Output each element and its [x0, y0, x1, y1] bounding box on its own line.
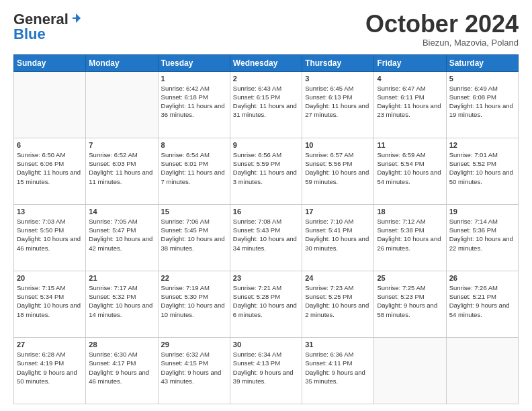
day-info: Sunrise: 7:25 AM Sunset: 5:23 PM Dayligh…: [377, 283, 443, 319]
day-info: Sunrise: 7:08 AM Sunset: 5:43 PM Dayligh…: [233, 217, 299, 253]
location-subtitle: Biezun, Mazovia, Poland: [365, 38, 519, 48]
day-number: 20: [17, 274, 83, 282]
col-monday: Monday: [86, 54, 158, 71]
day-cell-2-6: 19Sunrise: 7:14 AM Sunset: 5:36 PM Dayli…: [446, 204, 518, 271]
day-number: 19: [449, 208, 515, 216]
day-info: Sunrise: 6:42 AM Sunset: 6:18 PM Dayligh…: [161, 84, 227, 120]
col-sunday: Sunday: [14, 54, 86, 71]
day-info: Sunrise: 6:36 AM Sunset: 4:11 PM Dayligh…: [305, 350, 371, 385]
svg-marker-0: [73, 13, 81, 23]
day-cell-0-0: [14, 71, 86, 138]
day-number: 25: [377, 274, 443, 282]
day-info: Sunrise: 6:34 AM Sunset: 4:13 PM Dayligh…: [233, 350, 299, 385]
day-info: Sunrise: 7:06 AM Sunset: 5:45 PM Dayligh…: [161, 217, 227, 253]
day-cell-0-2: 1Sunrise: 6:42 AM Sunset: 6:18 PM Daylig…: [158, 71, 230, 138]
day-cell-2-1: 14Sunrise: 7:05 AM Sunset: 5:47 PM Dayli…: [86, 204, 158, 271]
day-cell-3-2: 22Sunrise: 7:19 AM Sunset: 5:30 PM Dayli…: [158, 271, 230, 337]
day-cell-1-2: 8Sunrise: 6:54 AM Sunset: 6:01 PM Daylig…: [158, 138, 230, 204]
day-info: Sunrise: 7:03 AM Sunset: 5:50 PM Dayligh…: [17, 217, 83, 253]
day-number: 18: [377, 208, 443, 216]
day-number: 3: [305, 75, 371, 83]
week-row-4: 20Sunrise: 7:15 AM Sunset: 5:34 PM Dayli…: [14, 271, 519, 337]
day-cell-4-5: [374, 337, 446, 404]
day-number: 11: [377, 141, 443, 149]
day-info: Sunrise: 7:01 AM Sunset: 5:52 PM Dayligh…: [449, 150, 515, 186]
day-number: 27: [17, 340, 83, 349]
day-number: 21: [89, 274, 154, 282]
title-block: October 2024 Biezun, Mazovia, Poland: [365, 11, 519, 48]
col-friday: Friday: [374, 54, 446, 71]
day-number: 15: [161, 208, 227, 216]
day-number: 9: [233, 141, 299, 149]
day-cell-2-5: 18Sunrise: 7:12 AM Sunset: 5:38 PM Dayli…: [374, 204, 446, 271]
day-number: 6: [17, 141, 83, 149]
day-info: Sunrise: 6:49 AM Sunset: 6:08 PM Dayligh…: [449, 84, 515, 120]
day-cell-0-5: 4Sunrise: 6:47 AM Sunset: 6:11 PM Daylig…: [374, 71, 446, 138]
header: General Blue October 2024 Biezun, Mazovi…: [13, 11, 519, 48]
day-number: 4: [377, 75, 443, 83]
day-number: 13: [17, 208, 83, 216]
day-cell-3-1: 21Sunrise: 7:17 AM Sunset: 5:32 PM Dayli…: [86, 271, 158, 337]
day-info: Sunrise: 6:43 AM Sunset: 6:15 PM Dayligh…: [233, 84, 299, 120]
day-info: Sunrise: 6:32 AM Sunset: 4:15 PM Dayligh…: [161, 350, 227, 385]
day-cell-4-6: [446, 337, 518, 404]
day-cell-1-0: 6Sunrise: 6:50 AM Sunset: 6:06 PM Daylig…: [14, 138, 86, 204]
day-number: 10: [305, 141, 371, 149]
day-info: Sunrise: 6:59 AM Sunset: 5:54 PM Dayligh…: [377, 150, 443, 186]
day-cell-4-3: 30Sunrise: 6:34 AM Sunset: 4:13 PM Dayli…: [230, 337, 302, 404]
day-number: 28: [89, 340, 154, 349]
logo: General Blue: [13, 11, 82, 43]
day-cell-3-0: 20Sunrise: 7:15 AM Sunset: 5:34 PM Dayli…: [14, 271, 86, 337]
day-cell-2-3: 16Sunrise: 7:08 AM Sunset: 5:43 PM Dayli…: [230, 204, 302, 271]
day-cell-2-2: 15Sunrise: 7:06 AM Sunset: 5:45 PM Dayli…: [158, 204, 230, 271]
day-number: 16: [233, 208, 299, 216]
day-number: 12: [449, 141, 515, 149]
day-info: Sunrise: 7:21 AM Sunset: 5:28 PM Dayligh…: [233, 283, 299, 319]
calendar-table: Sunday Monday Tuesday Wednesday Thursday…: [13, 54, 519, 404]
day-number: 2: [233, 75, 299, 83]
day-cell-0-4: 3Sunrise: 6:45 AM Sunset: 6:13 PM Daylig…: [302, 71, 374, 138]
day-number: 29: [161, 340, 227, 349]
logo-blue: Blue: [13, 26, 46, 43]
day-cell-2-4: 17Sunrise: 7:10 AM Sunset: 5:41 PM Dayli…: [302, 204, 374, 271]
col-wednesday: Wednesday: [230, 54, 302, 71]
day-cell-4-0: 27Sunrise: 6:28 AM Sunset: 4:19 PM Dayli…: [14, 337, 86, 404]
day-cell-4-4: 31Sunrise: 6:36 AM Sunset: 4:11 PM Dayli…: [302, 337, 374, 404]
day-number: 14: [89, 208, 154, 216]
day-cell-0-3: 2Sunrise: 6:43 AM Sunset: 6:15 PM Daylig…: [230, 71, 302, 138]
day-info: Sunrise: 6:30 AM Sunset: 4:17 PM Dayligh…: [89, 350, 154, 385]
day-info: Sunrise: 7:15 AM Sunset: 5:34 PM Dayligh…: [17, 283, 83, 319]
week-row-2: 6Sunrise: 6:50 AM Sunset: 6:06 PM Daylig…: [14, 138, 519, 204]
day-number: 17: [305, 208, 371, 216]
day-info: Sunrise: 6:28 AM Sunset: 4:19 PM Dayligh…: [17, 350, 83, 385]
day-number: 26: [449, 274, 515, 282]
page: General Blue October 2024 Biezun, Mazovi…: [0, 0, 532, 411]
day-info: Sunrise: 6:52 AM Sunset: 6:03 PM Dayligh…: [89, 150, 154, 186]
day-number: 22: [161, 274, 227, 282]
day-info: Sunrise: 7:10 AM Sunset: 5:41 PM Dayligh…: [305, 217, 371, 253]
day-info: Sunrise: 7:19 AM Sunset: 5:30 PM Dayligh…: [161, 283, 227, 319]
day-cell-4-2: 29Sunrise: 6:32 AM Sunset: 4:15 PM Dayli…: [158, 337, 230, 404]
day-cell-2-0: 13Sunrise: 7:03 AM Sunset: 5:50 PM Dayli…: [14, 204, 86, 271]
day-cell-1-5: 11Sunrise: 6:59 AM Sunset: 5:54 PM Dayli…: [374, 138, 446, 204]
day-cell-1-1: 7Sunrise: 6:52 AM Sunset: 6:03 PM Daylig…: [86, 138, 158, 204]
day-cell-3-6: 26Sunrise: 7:26 AM Sunset: 5:21 PM Dayli…: [446, 271, 518, 337]
day-info: Sunrise: 6:56 AM Sunset: 5:59 PM Dayligh…: [233, 150, 299, 186]
day-info: Sunrise: 7:26 AM Sunset: 5:21 PM Dayligh…: [449, 283, 515, 319]
day-number: 23: [233, 274, 299, 282]
day-number: 7: [89, 141, 154, 149]
week-row-3: 13Sunrise: 7:03 AM Sunset: 5:50 PM Dayli…: [14, 204, 519, 271]
day-info: Sunrise: 6:57 AM Sunset: 5:56 PM Dayligh…: [305, 150, 371, 186]
day-number: 30: [233, 340, 299, 349]
day-cell-1-3: 9Sunrise: 6:56 AM Sunset: 5:59 PM Daylig…: [230, 138, 302, 204]
day-info: Sunrise: 7:05 AM Sunset: 5:47 PM Dayligh…: [89, 217, 154, 253]
day-number: 8: [161, 141, 227, 149]
day-cell-1-4: 10Sunrise: 6:57 AM Sunset: 5:56 PM Dayli…: [302, 138, 374, 204]
day-number: 5: [449, 75, 515, 83]
day-info: Sunrise: 7:14 AM Sunset: 5:36 PM Dayligh…: [449, 217, 515, 253]
day-cell-4-1: 28Sunrise: 6:30 AM Sunset: 4:17 PM Dayli…: [86, 337, 158, 404]
col-saturday: Saturday: [446, 54, 518, 71]
day-info: Sunrise: 7:12 AM Sunset: 5:38 PM Dayligh…: [377, 217, 443, 253]
day-number: 31: [305, 340, 371, 349]
week-row-1: 1Sunrise: 6:42 AM Sunset: 6:18 PM Daylig…: [14, 71, 519, 138]
